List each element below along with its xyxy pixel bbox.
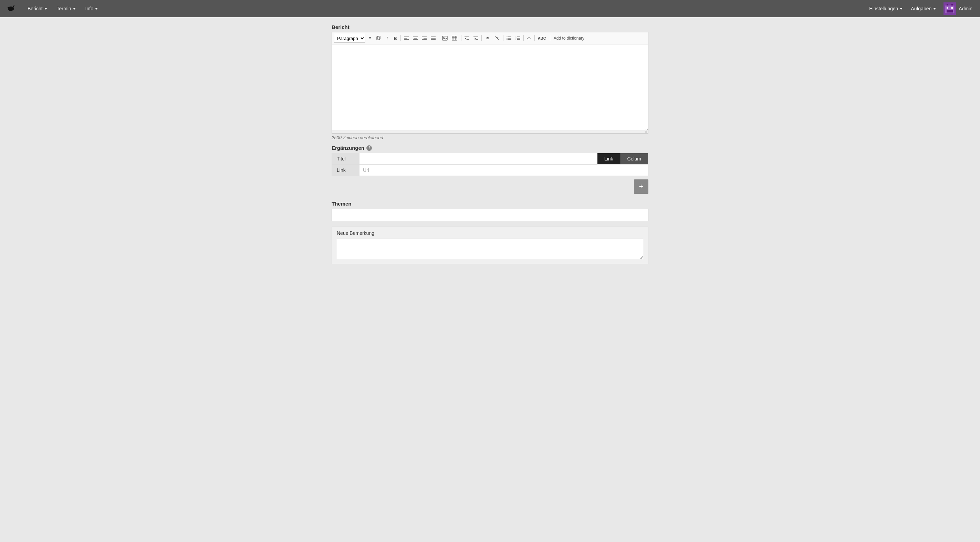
resize-dots-icon: ⠿	[645, 130, 648, 134]
svg-rect-16	[951, 12, 953, 15]
indent-more-button[interactable]	[472, 34, 480, 43]
svg-rect-15	[947, 12, 948, 15]
nav-info[interactable]: Info	[81, 0, 102, 17]
main-content: Bericht Paragraph ❝ I B	[332, 17, 648, 271]
admin-avatar-icon	[943, 2, 956, 15]
themen-input[interactable]	[332, 209, 648, 221]
celum-type-button[interactable]: Celum	[620, 153, 648, 164]
indent-less-button[interactable]	[463, 34, 471, 43]
admin-profile[interactable]: Admin	[940, 2, 976, 15]
toolbar-sep-2	[439, 35, 439, 41]
svg-point-46	[506, 38, 507, 38]
svg-rect-13	[945, 10, 947, 13]
unlink-icon	[495, 36, 500, 41]
bold-button[interactable]: B	[391, 34, 399, 43]
nav-info-label: Info	[85, 6, 93, 11]
ul-button[interactable]	[505, 34, 513, 43]
add-to-dict-button[interactable]: Add to dictionary	[552, 34, 586, 43]
editor-resize-handle[interactable]: ⠿	[332, 130, 648, 133]
type-buttons: Link Celum	[597, 153, 648, 164]
svg-rect-8	[945, 5, 955, 7]
editor-toolbar: Paragraph ❝ I B	[332, 32, 648, 45]
nav-aufgaben[interactable]: Aufgaben	[907, 0, 940, 17]
link-button[interactable]	[483, 34, 492, 43]
svg-rect-33	[452, 36, 457, 40]
add-ergaenzung-button[interactable]: +	[634, 180, 648, 194]
nav-einstellungen-label: Einstellungen	[869, 6, 898, 11]
svg-rect-14	[953, 10, 955, 13]
unlink-button[interactable]	[493, 34, 502, 43]
link-label: Link	[332, 165, 360, 176]
copy-icon	[376, 36, 381, 41]
navbar: Bericht Termin Info Einstellungen Aufgab…	[0, 0, 980, 17]
svg-rect-31	[442, 36, 447, 40]
nav-einstellungen[interactable]: Einstellungen	[865, 0, 907, 17]
svg-rect-9	[945, 7, 955, 10]
neue-bemerkung-box: Neue Bemerkung	[332, 227, 648, 264]
align-left-button[interactable]	[402, 34, 410, 43]
table-icon	[452, 36, 457, 41]
svg-rect-11	[951, 7, 953, 9]
image-button[interactable]	[441, 34, 449, 43]
ergaenzungen-info-icon[interactable]: i	[366, 145, 372, 151]
svg-rect-12	[947, 10, 953, 12]
spellcheck-button[interactable]: ABC	[536, 34, 548, 43]
svg-text:3.: 3.	[515, 39, 517, 40]
ergaenzungen-table: Titel Link Celum Link	[332, 153, 648, 176]
align-justify-button[interactable]	[429, 34, 438, 43]
image-icon	[442, 36, 448, 41]
toolbar-sep-5	[503, 35, 503, 41]
paragraph-select[interactable]: Paragraph	[334, 34, 365, 43]
toolbar-sep-4	[481, 35, 482, 41]
ol-button[interactable]: 1.2.3.	[514, 34, 522, 43]
align-justify-icon	[431, 36, 436, 40]
themen-section-label: Themen	[332, 201, 648, 207]
nav-info-caret	[95, 8, 98, 10]
align-right-button[interactable]	[420, 34, 428, 43]
table-button[interactable]	[450, 34, 459, 43]
indent-less-icon	[465, 36, 469, 40]
link-icon	[485, 36, 490, 41]
neue-bemerkung-textarea[interactable]	[337, 238, 643, 259]
admin-label: Admin	[959, 6, 972, 11]
ul-icon	[506, 36, 511, 40]
nav-bericht[interactable]: Bericht	[24, 0, 51, 17]
add-button-row: +	[332, 180, 648, 194]
toolbar-sep-6	[523, 35, 524, 41]
svg-rect-6	[947, 4, 948, 6]
nav-einstellungen-caret	[900, 8, 902, 10]
nav-bericht-caret	[45, 8, 47, 10]
blockquote-button[interactable]: ❝	[366, 34, 374, 43]
link-row: Link	[332, 165, 648, 176]
titel-input[interactable]	[360, 153, 597, 164]
svg-point-48	[506, 39, 507, 40]
align-center-icon	[413, 36, 418, 40]
nav-termin-caret	[73, 8, 76, 10]
align-right-icon	[422, 36, 426, 40]
italic-button[interactable]: I	[383, 34, 391, 43]
nav-aufgaben-caret	[933, 8, 936, 10]
toolbar-sep-8	[550, 35, 550, 41]
code-button[interactable]: <>	[525, 34, 533, 43]
toolbar-sep-3	[461, 35, 461, 41]
nav-termin-label: Termin	[57, 6, 71, 11]
bericht-section-label: Bericht	[332, 24, 648, 30]
char-count-label: 2500 Zeichen verbleibend	[332, 135, 648, 140]
bird-logo-icon	[4, 2, 16, 15]
ol-icon: 1.2.3.	[515, 36, 520, 40]
editor-content-area[interactable]	[332, 45, 648, 130]
titel-label: Titel	[332, 153, 360, 164]
url-input[interactable]	[360, 165, 648, 176]
svg-point-44	[506, 37, 507, 37]
svg-rect-10	[947, 7, 948, 9]
indent-more-icon	[474, 36, 478, 40]
brand-logo[interactable]	[4, 2, 16, 15]
nav-termin[interactable]: Termin	[52, 0, 80, 17]
rich-text-editor: Paragraph ❝ I B	[332, 32, 648, 134]
toolbar-sep-7	[535, 35, 535, 41]
neue-bemerkung-title: Neue Bemerkung	[337, 230, 643, 236]
align-center-button[interactable]	[411, 34, 419, 43]
link-type-button[interactable]: Link	[597, 153, 620, 164]
copy-format-button[interactable]	[374, 34, 383, 43]
nav-bericht-label: Bericht	[27, 6, 43, 11]
